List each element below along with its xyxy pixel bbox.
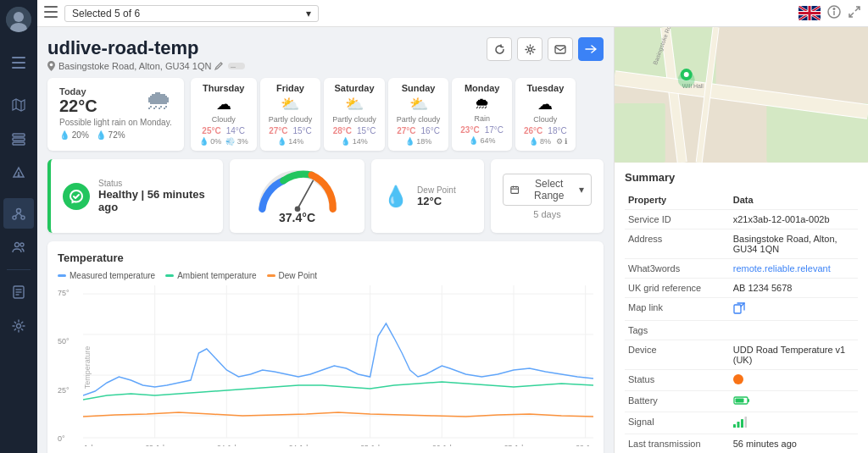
sidebar-item-list[interactable] xyxy=(3,124,34,154)
range-arrow: ▾ xyxy=(579,184,584,196)
summary-row-map-link: Map link xyxy=(625,298,858,321)
topbar: Selected 5 of 6 ▾ xyxy=(37,0,868,27)
summary-row-tags: Tags xyxy=(625,321,858,340)
uk-flag xyxy=(798,6,821,20)
sidebar-item-map[interactable] xyxy=(3,90,34,120)
chart-legend: Measured temperature Ambient temperature… xyxy=(58,271,593,280)
range-label: Select Range xyxy=(522,178,576,202)
email-button[interactable] xyxy=(548,37,573,61)
y-tick-75: 75° xyxy=(58,289,70,297)
address-value: Basingstoke Road, Alton, GU34 1QN xyxy=(730,229,858,259)
svg-line-39 xyxy=(298,180,313,208)
weather-day-sun: Sunday ⛅ Partly cloudy 27°C 16°C 💧 18% xyxy=(388,78,449,151)
summary-table: Property Data Service ID x21x3ab-12-001a… xyxy=(625,191,858,453)
location-icon xyxy=(47,61,55,71)
svg-rect-28 xyxy=(44,16,58,18)
status-card: Status Healthy | 56 minutes ago xyxy=(47,159,223,233)
summary-section: Summary Property Data Service ID x21x3ab… xyxy=(615,163,868,453)
hamburger-icon[interactable] xyxy=(44,6,58,21)
svg-rect-9 xyxy=(13,134,25,136)
info-icon[interactable] xyxy=(827,5,841,21)
svg-line-17 xyxy=(15,213,19,217)
refresh-button[interactable] xyxy=(487,37,512,61)
settings-button[interactable] xyxy=(517,37,542,61)
svg-point-13 xyxy=(18,175,19,177)
svg-text:25 Jul: 25 Jul xyxy=(360,444,380,446)
edit-icon[interactable] xyxy=(214,62,225,70)
sidebar-item-docs[interactable] xyxy=(3,277,34,307)
sidebar-divider xyxy=(7,269,31,270)
svg-rect-79 xyxy=(737,422,739,428)
navigate-button[interactable] xyxy=(578,37,604,61)
sidebar-item-alert[interactable] xyxy=(3,157,34,188)
svg-rect-78 xyxy=(733,424,736,428)
svg-rect-3 xyxy=(12,57,25,58)
chart-svg: 23 Jul 23 Jul 24 Jul 24 Jul 25 Jul 26 Ju… xyxy=(83,285,593,446)
y-axis-label: Temperature xyxy=(83,345,92,389)
avatar[interactable] xyxy=(6,7,31,32)
svg-text:28 Jul: 28 Jul xyxy=(576,444,593,446)
svg-text:24 Jul: 24 Jul xyxy=(289,444,309,446)
svg-rect-74 xyxy=(734,305,741,313)
svg-rect-80 xyxy=(741,419,743,428)
svg-rect-41 xyxy=(511,186,519,193)
weather-settings-icon[interactable]: ⚙ xyxy=(556,137,563,146)
calendar-icon xyxy=(510,185,519,195)
summary-header-row: Property Data xyxy=(625,191,858,210)
svg-text:23 Jul: 23 Jul xyxy=(145,444,164,446)
sidebar-menu-icon[interactable] xyxy=(3,47,34,78)
today-rain: 20% xyxy=(72,130,89,140)
svg-point-37 xyxy=(528,47,531,51)
legend-measured-dot xyxy=(58,274,66,277)
map-container: Basingstoke Road Will Hall xyxy=(615,27,868,163)
svg-point-33 xyxy=(50,64,53,67)
legend-ambient-dot xyxy=(165,274,174,277)
svg-point-25 xyxy=(17,324,21,329)
dropdown-arrow: ▾ xyxy=(306,8,311,19)
svg-rect-11 xyxy=(13,142,25,145)
today-humidity: 72% xyxy=(108,130,125,140)
left-panel: udlive-road-temp Basingstoke Road, Alton… xyxy=(37,27,614,453)
svg-text:24 Jul: 24 Jul xyxy=(217,444,236,446)
legend-dew: Dew Point xyxy=(267,271,318,280)
weather-row: Today 22°C 🌧 Possible light rain on Mond… xyxy=(47,78,604,151)
svg-text:26 Jul: 26 Jul xyxy=(432,444,452,446)
summary-row-battery: Battery xyxy=(625,391,858,412)
summary-row-signal: Signal xyxy=(625,412,858,434)
weather-info-icon[interactable]: ℹ xyxy=(565,137,567,146)
summary-row-status: Status xyxy=(625,370,858,391)
y-tick-25: 25° xyxy=(58,386,70,395)
device-address: Basingstoke Road, Alton, GU34 1QN — xyxy=(47,61,247,71)
svg-text:23 Jul: 23 Jul xyxy=(83,444,92,446)
summary-row-address: Address Basingstoke Road, Alton, GU34 1Q… xyxy=(625,229,858,259)
what3words-value: remote.reliable.relevant xyxy=(730,259,858,279)
last-transmission-value: 56 minutes ago xyxy=(730,434,858,454)
temperature-chart-card: Temperature Measured temperature Ambient… xyxy=(47,241,604,453)
sidebar xyxy=(0,0,37,453)
legend-measured: Measured temperature xyxy=(58,271,155,280)
sidebar-item-users[interactable] xyxy=(3,232,34,262)
expand-icon[interactable] xyxy=(848,5,861,21)
weather-today: Today 22°C 🌧 Possible light rain on Mond… xyxy=(47,78,184,151)
what3words-link[interactable]: remote.reliable.relevant xyxy=(733,263,831,273)
service-id-value: x21x3ab-12-001a-002b xyxy=(730,210,858,229)
gauge-card: 37.4°C xyxy=(230,159,364,233)
tag-icon: — xyxy=(228,62,247,70)
sidebar-item-network[interactable] xyxy=(3,198,34,229)
select-range-button[interactable]: Select Range ▾ xyxy=(503,174,592,206)
summary-row-what3words: What3words remote.reliable.relevant xyxy=(625,259,858,279)
sidebar-item-settings[interactable] xyxy=(3,311,34,341)
map-link[interactable] xyxy=(733,306,745,316)
svg-line-18 xyxy=(19,213,22,217)
svg-point-32 xyxy=(833,8,835,10)
status-indicator xyxy=(733,374,743,384)
svg-rect-77 xyxy=(735,399,743,403)
device-actions xyxy=(487,37,604,61)
weather-day-tue: Tuesday ☁ Cloudy 26°C 18°C 💧 8% ℹ ⚙ xyxy=(515,78,576,151)
svg-rect-81 xyxy=(744,417,747,428)
legend-ambient: Ambient temperature xyxy=(165,271,256,280)
gauge-value: 37.4°C xyxy=(279,211,315,224)
range-card: Select Range ▾ 5 days xyxy=(491,159,604,233)
gauge-svg xyxy=(255,168,340,214)
selected-dropdown[interactable]: Selected 5 of 6 ▾ xyxy=(64,5,319,22)
